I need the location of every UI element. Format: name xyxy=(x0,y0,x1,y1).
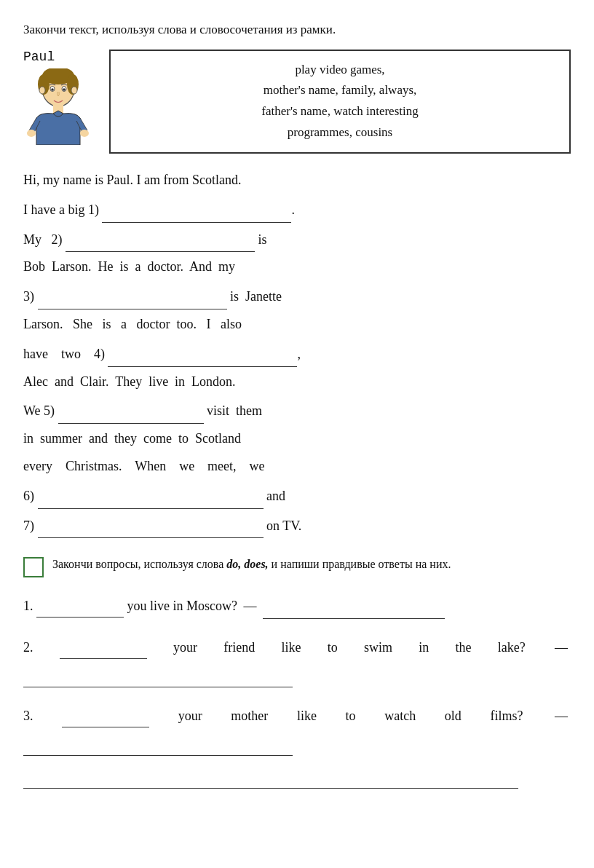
text-line-8: Alec and Clair. They live in London. xyxy=(23,374,236,389)
question-2: 2. your friend like to swim in the lake?… xyxy=(23,632,571,687)
top-section: Paul xyxy=(23,50,571,154)
text-line-9-post: visit them xyxy=(204,403,263,418)
blank-7[interactable] xyxy=(38,510,264,539)
text-line-13-post: on TV. xyxy=(264,518,302,533)
instruction-2-highlight: do, does, xyxy=(226,558,268,570)
paul-label: Paul xyxy=(23,50,55,64)
blank-5[interactable] xyxy=(58,395,204,424)
svg-point-8 xyxy=(39,87,45,94)
question-3: 3. your mother like to watch old films? … xyxy=(23,701,571,789)
blank-2[interactable] xyxy=(66,224,255,253)
paul-avatar xyxy=(25,68,91,145)
questions-section: 1. you live in Moscow? — 2. your friend … xyxy=(23,591,571,789)
svg-point-12 xyxy=(80,130,89,137)
svg-point-11 xyxy=(27,130,36,137)
text-line-4: Bob Larson. He is a doctor. And my xyxy=(23,259,235,274)
blank-1[interactable] xyxy=(102,194,291,223)
q3-number: 3. xyxy=(23,709,62,723)
question-1: 1. you live in Moscow? — xyxy=(23,591,571,619)
q2-text: your friend like to swim in the lake? — xyxy=(147,640,571,655)
section-2: Закончи вопросы, используя слова do, doe… xyxy=(23,556,571,577)
text-line-2-pre: I have a big 1) xyxy=(23,202,102,217)
text-line-3-post: is xyxy=(255,232,267,247)
text-line-13-pre: 7) xyxy=(23,518,38,533)
avatar-column: Paul xyxy=(23,50,96,147)
instruction-2-text2: и напиши правдивые ответы на них. xyxy=(269,558,451,570)
text-line-12-pre: 6) xyxy=(23,489,38,503)
q3-blank[interactable] xyxy=(62,701,149,727)
word-box: play video games,mother's name, family, … xyxy=(109,50,571,154)
text-line-3-pre: My 2) xyxy=(23,232,66,247)
q3-answer-line2[interactable] xyxy=(23,762,518,789)
svg-point-7 xyxy=(63,88,66,91)
section-2-box xyxy=(23,557,44,577)
svg-point-9 xyxy=(71,87,77,94)
q2-answer[interactable] xyxy=(23,660,293,687)
text-period-1: . xyxy=(291,202,295,217)
q1-text: you live in Moscow? — xyxy=(124,599,263,613)
text-line-10: in summer and they come to Scotland xyxy=(23,431,241,446)
q1-number: 1. xyxy=(23,599,36,613)
text-line-7-pre: have two 4) xyxy=(23,347,108,361)
text-line-5-post: is Janette xyxy=(227,289,282,304)
text-comma-4: , xyxy=(297,347,301,361)
q1-blank[interactable] xyxy=(36,591,124,618)
q3-text: your mother like to watch old films? — xyxy=(149,709,571,723)
instruction-2-text1: Закончи вопросы, используя слова xyxy=(52,558,226,570)
text-line-6: Larson. She is a doctor too. I also xyxy=(23,317,242,331)
word-box-content: play video games,mother's name, family, … xyxy=(261,63,418,140)
svg-point-6 xyxy=(51,88,54,91)
main-text: Hi, my name is Paul. I am from Scotland.… xyxy=(23,167,571,540)
avatar-box xyxy=(23,67,93,147)
instruction-1: Закончи текст, используя слова и словосо… xyxy=(23,20,571,39)
text-line-1: Hi, my name is Paul. I am from Scotland. xyxy=(23,173,241,187)
blank-3[interactable] xyxy=(38,281,227,309)
instruction-2: Закончи вопросы, используя слова do, doe… xyxy=(52,556,451,573)
blank-6[interactable] xyxy=(38,481,264,509)
text-line-5-pre: 3) xyxy=(23,289,38,304)
instruction-1-text: Закончи текст, используя слова и словосо… xyxy=(23,23,336,36)
q2-number: 2. xyxy=(23,640,60,655)
q3-answer[interactable] xyxy=(23,729,293,756)
text-line-9-pre: We 5) xyxy=(23,403,58,418)
text-line-11: every Christmas. When we meet, we xyxy=(23,459,265,473)
text-line-12-post: and xyxy=(264,489,286,503)
q1-answer[interactable] xyxy=(263,592,445,619)
blank-4[interactable] xyxy=(108,339,297,367)
q2-blank[interactable] xyxy=(60,632,147,659)
